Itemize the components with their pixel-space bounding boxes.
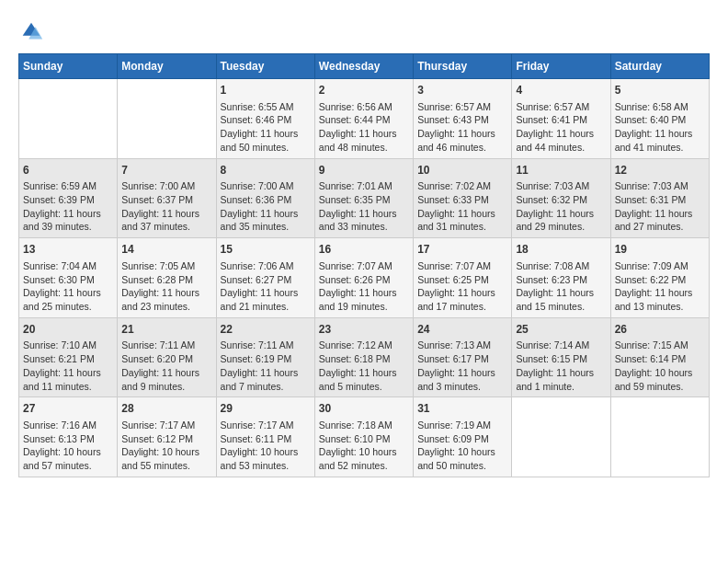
sunrise-text: Sunrise: 7:11 AM — [121, 339, 211, 352]
day-number: 3 — [417, 83, 507, 98]
day-header-wednesday: Wednesday — [314, 54, 413, 79]
sunset-text: Sunset: 6:18 PM — [319, 352, 409, 366]
calendar-cell: 15Sunrise: 7:06 AMSunset: 6:27 PMDayligh… — [216, 238, 314, 318]
day-number: 12 — [615, 163, 705, 178]
daylight-text: Daylight: 11 hours and 21 minutes. — [221, 286, 311, 313]
sunset-text: Sunset: 6:33 PM — [417, 193, 507, 207]
day-number: 4 — [516, 83, 606, 98]
sunset-text: Sunset: 6:09 PM — [417, 432, 507, 446]
daylight-text: Daylight: 11 hours and 7 minutes. — [221, 366, 311, 393]
calendar-cell: 5Sunrise: 6:58 AMSunset: 6:40 PMDaylight… — [610, 79, 709, 159]
sunrise-text: Sunrise: 7:07 AM — [417, 259, 507, 273]
sunset-text: Sunset: 6:36 PM — [221, 193, 311, 207]
day-number: 19 — [615, 242, 705, 258]
calendar-cell: 7Sunrise: 7:00 AMSunset: 6:37 PMDaylight… — [118, 158, 216, 238]
sunset-text: Sunset: 6:25 PM — [417, 273, 507, 287]
calendar-cell: 30Sunrise: 7:18 AMSunset: 6:10 PMDayligh… — [314, 397, 413, 477]
daylight-text: Daylight: 11 hours and 35 minutes. — [221, 207, 311, 234]
sunset-text: Sunset: 6:46 PM — [221, 113, 311, 127]
day-header-sunday: Sunday — [19, 54, 118, 79]
daylight-text: Daylight: 11 hours and 9 minutes. — [121, 366, 211, 393]
calendar-cell — [610, 397, 709, 477]
sunset-text: Sunset: 6:44 PM — [319, 113, 409, 127]
sunrise-text: Sunrise: 7:10 AM — [23, 339, 113, 352]
sunrise-text: Sunrise: 6:57 AM — [417, 100, 507, 114]
daylight-text: Daylight: 10 hours and 55 minutes. — [121, 445, 211, 472]
sunrise-text: Sunrise: 7:12 AM — [319, 339, 409, 352]
sunset-text: Sunset: 6:35 PM — [319, 193, 409, 207]
sunrise-text: Sunrise: 7:13 AM — [417, 339, 507, 352]
sunrise-text: Sunrise: 6:59 AM — [23, 179, 113, 193]
calendar-week-1: 1Sunrise: 6:55 AMSunset: 6:46 PMDaylight… — [19, 79, 710, 159]
sunrise-text: Sunrise: 7:16 AM — [23, 419, 113, 432]
calendar-week-2: 6Sunrise: 6:59 AMSunset: 6:39 PMDaylight… — [19, 158, 710, 238]
daylight-text: Daylight: 11 hours and 17 minutes. — [417, 286, 507, 313]
sunrise-text: Sunrise: 7:05 AM — [121, 259, 211, 273]
sunrise-text: Sunrise: 7:02 AM — [417, 179, 507, 193]
calendar-cell: 20Sunrise: 7:10 AMSunset: 6:21 PMDayligh… — [19, 317, 118, 397]
sunrise-text: Sunrise: 7:06 AM — [221, 259, 311, 273]
day-number: 9 — [319, 163, 409, 178]
sunset-text: Sunset: 6:26 PM — [319, 273, 409, 287]
day-number: 6 — [23, 163, 113, 178]
calendar-cell: 8Sunrise: 7:00 AMSunset: 6:36 PMDaylight… — [216, 158, 314, 238]
calendar-cell: 17Sunrise: 7:07 AMSunset: 6:25 PMDayligh… — [414, 238, 512, 318]
daylight-text: Daylight: 11 hours and 46 minutes. — [417, 127, 507, 154]
daylight-text: Daylight: 10 hours and 52 minutes. — [319, 445, 409, 472]
day-number: 8 — [221, 163, 311, 178]
day-number: 24 — [417, 322, 507, 338]
sunset-text: Sunset: 6:11 PM — [221, 432, 311, 446]
sunrise-text: Sunrise: 7:01 AM — [319, 179, 409, 193]
sunset-text: Sunset: 6:28 PM — [121, 273, 211, 287]
sunrise-text: Sunrise: 7:17 AM — [221, 419, 311, 432]
day-number: 25 — [516, 322, 606, 338]
day-number: 20 — [23, 322, 113, 338]
calendar-cell: 24Sunrise: 7:13 AMSunset: 6:17 PMDayligh… — [414, 317, 512, 397]
daylight-text: Daylight: 10 hours and 53 minutes. — [221, 445, 311, 472]
daylight-text: Daylight: 11 hours and 13 minutes. — [615, 286, 705, 313]
calendar-cell: 10Sunrise: 7:02 AMSunset: 6:33 PMDayligh… — [414, 158, 512, 238]
sunset-text: Sunset: 6:10 PM — [319, 432, 409, 446]
calendar-cell: 18Sunrise: 7:08 AMSunset: 6:23 PMDayligh… — [512, 238, 610, 318]
sunset-text: Sunset: 6:17 PM — [417, 352, 507, 366]
day-number: 23 — [319, 322, 409, 338]
day-number: 16 — [319, 242, 409, 258]
sunrise-text: Sunrise: 7:19 AM — [417, 419, 507, 432]
calendar-cell: 26Sunrise: 7:15 AMSunset: 6:14 PMDayligh… — [610, 317, 709, 397]
sunset-text: Sunset: 6:27 PM — [221, 273, 311, 287]
daylight-text: Daylight: 11 hours and 15 minutes. — [516, 286, 606, 313]
daylight-text: Daylight: 11 hours and 50 minutes. — [221, 127, 311, 154]
day-header-thursday: Thursday — [414, 54, 512, 79]
calendar-cell: 21Sunrise: 7:11 AMSunset: 6:20 PMDayligh… — [118, 317, 216, 397]
calendar-week-4: 20Sunrise: 7:10 AMSunset: 6:21 PMDayligh… — [19, 317, 710, 397]
sunrise-text: Sunrise: 7:08 AM — [516, 259, 606, 273]
sunrise-text: Sunrise: 7:04 AM — [23, 259, 113, 273]
calendar-cell: 28Sunrise: 7:17 AMSunset: 6:12 PMDayligh… — [118, 397, 216, 477]
day-number: 22 — [221, 322, 311, 338]
sunset-text: Sunset: 6:15 PM — [516, 352, 606, 366]
daylight-text: Daylight: 10 hours and 57 minutes. — [23, 445, 113, 472]
daylight-text: Daylight: 11 hours and 48 minutes. — [319, 127, 409, 154]
daylight-text: Daylight: 11 hours and 37 minutes. — [121, 207, 211, 234]
sunrise-text: Sunrise: 7:09 AM — [615, 259, 705, 273]
calendar-week-5: 27Sunrise: 7:16 AMSunset: 6:13 PMDayligh… — [19, 397, 710, 477]
day-number: 14 — [121, 242, 211, 258]
calendar-cell: 4Sunrise: 6:57 AMSunset: 6:41 PMDaylight… — [512, 79, 610, 159]
calendar-cell: 3Sunrise: 6:57 AMSunset: 6:43 PMDaylight… — [414, 79, 512, 159]
sunrise-text: Sunrise: 6:58 AM — [615, 100, 705, 114]
daylight-text: Daylight: 11 hours and 19 minutes. — [319, 286, 409, 313]
sunset-text: Sunset: 6:31 PM — [615, 193, 705, 207]
day-number: 30 — [319, 401, 409, 417]
day-header-tuesday: Tuesday — [216, 54, 314, 79]
calendar-week-3: 13Sunrise: 7:04 AMSunset: 6:30 PMDayligh… — [19, 238, 710, 318]
calendar-cell: 27Sunrise: 7:16 AMSunset: 6:13 PMDayligh… — [19, 397, 118, 477]
day-number: 15 — [221, 242, 311, 258]
calendar-table: SundayMondayTuesdayWednesdayThursdayFrid… — [18, 53, 710, 477]
calendar-cell — [19, 79, 118, 159]
sunrise-text: Sunrise: 7:07 AM — [319, 259, 409, 273]
sunset-text: Sunset: 6:22 PM — [615, 273, 705, 287]
sunrise-text: Sunrise: 6:57 AM — [516, 100, 606, 114]
day-number: 5 — [615, 83, 705, 98]
daylight-text: Daylight: 11 hours and 39 minutes. — [23, 207, 113, 234]
day-number: 2 — [319, 83, 409, 98]
